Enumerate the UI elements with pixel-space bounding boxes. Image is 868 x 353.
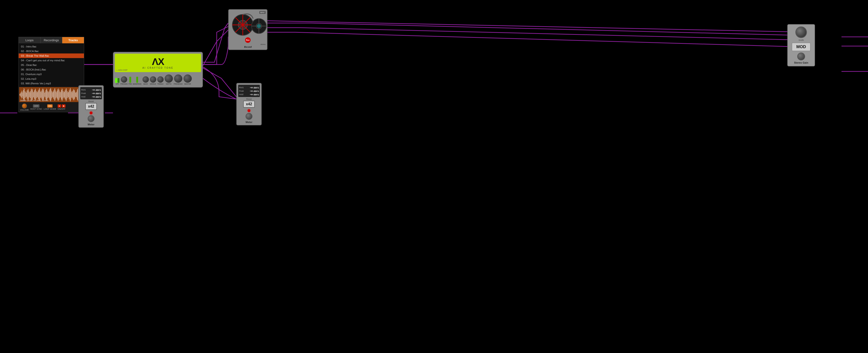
x42-model-right: x42 [243, 101, 255, 107]
aida-label-bandpass: BANDPASS [133, 83, 142, 85]
list-item[interactable]: 05 - Dear.flac [19, 63, 84, 67]
aida-label-pregain: PREGAIN [120, 83, 128, 85]
gain-knob[interactable] [795, 27, 807, 38]
tab-recordings[interactable]: Recordings [40, 37, 62, 43]
stereo-gain-title: Stereo Gain [789, 61, 813, 64]
record-pedal: WAV Rec stereo Record [228, 9, 268, 50]
host-sync-control: OFF HOST SYNC [30, 104, 42, 110]
list-item[interactable]: 01. Overture.mp3 [19, 72, 84, 76]
peak-row: Peak -∞ dBFS [81, 92, 101, 95]
aida-knob-master: MASTER [184, 74, 192, 85]
controls-row: VOLUME OFF HOST SYNC ON LOOP MODE ● ■ ON… [19, 102, 84, 112]
meter-knob-right[interactable] [246, 113, 252, 120]
aida-knob-treble-ctrl[interactable] [157, 76, 164, 83]
hold-value-r: -∞ dBFS [250, 93, 259, 96]
gain-knob-small[interactable] [797, 53, 805, 60]
aida-knob-middle-ctrl[interactable] [150, 76, 156, 83]
list-item[interactable]: 04 - Can't get you out of my mind.flac [19, 58, 84, 63]
peak-value-r: -∞ dBFS [250, 89, 259, 93]
reset-label-right: Reset [238, 98, 260, 100]
aida-on-off: OFF [115, 78, 119, 85]
tab-bar: Loops Recordings Tracks [19, 37, 84, 43]
rms-row: RMS -∞ dBFS [81, 88, 101, 92]
aida-knob-treble: TREBLE [157, 76, 164, 85]
film-reel-svg [230, 11, 267, 36]
meter-led-right [248, 109, 250, 112]
aida-knob-master-ctrl[interactable] [184, 74, 192, 83]
aida-knob-presence-ctrl[interactable] [174, 74, 182, 83]
peak-row-r: Peak -∞ dBFS [239, 89, 259, 93]
aida-led-on [115, 78, 117, 83]
on-off-toggle[interactable]: ● [58, 104, 61, 107]
aida-label-treble: TREBLE [157, 83, 163, 85]
list-item[interactable]: 01 - Intro.flac [19, 44, 84, 49]
file-list: 01 - Intro.flac 02 - BOCA.flac 03 - Brea… [19, 43, 84, 87]
meter-pedal-right: RMS -∞ dBFS Peak -∞ dBFS Hold -∞ dBFS Re… [236, 83, 262, 125]
file-browser: Loops Recordings Tracks 01 - Intro.flac … [19, 37, 84, 112]
list-item[interactable]: 02 - BOCA.flac [19, 49, 84, 54]
hold-key: Hold [81, 96, 86, 98]
rms-key: RMS [81, 89, 86, 91]
stereo-label: stereo [230, 43, 266, 45]
hold-row-r: Hold -∞ dBFS [239, 93, 259, 96]
tab-loops[interactable]: Loops [19, 37, 40, 43]
on-off-toggle2[interactable]: ■ [62, 104, 65, 107]
aida-knob-bass-ctrl[interactable] [143, 76, 149, 83]
meter-pedal-left: RMS -∞ dBFS Peak -∞ dBFS Hold -∞ dBFS Re… [79, 85, 104, 128]
list-item[interactable]: 06 - BOCA (Inst.).flac [19, 67, 84, 72]
aida-knob-pregain: PREGAIN [120, 76, 128, 85]
peak-value: -∞ dBFS [92, 92, 101, 95]
meter-readings-left: RMS -∞ dBFS Peak -∞ dBFS Hold -∞ dBFS [80, 87, 102, 99]
loop-mode-label: LOOP MODE [43, 108, 56, 110]
aida-knob-bass: BASS [143, 76, 149, 85]
aida-knob-pre: PRE [129, 77, 132, 85]
volume-knob[interactable] [22, 103, 27, 108]
rms-row-r: RMS -∞ dBFS [239, 86, 259, 89]
rms-value-r: -∞ dBFS [250, 86, 259, 89]
host-sync-label: HOST SYNC [30, 108, 42, 110]
on-off-label: ON/OFF [58, 108, 65, 110]
aida-pedal: ⌂ AIDA DSP ΛX AI CRAFTED TONE OFF PREGAI… [113, 52, 203, 88]
record-title: Record [230, 45, 266, 48]
aida-label-master: MASTER [184, 83, 191, 85]
stereo-gain-pedal: GAIN MOD Stereo Gain [787, 24, 815, 66]
list-item[interactable]: 03. Will (Remix Ver.).mp3 [19, 81, 84, 86]
meter-knob-left[interactable] [88, 115, 95, 122]
aida-display: ⌂ AIDA DSP ΛX AI CRAFTED TONE [115, 54, 201, 72]
x42-model-left: x42 [85, 103, 97, 110]
aida-subtitle: AI CRAFTED TONE [143, 67, 174, 69]
meter-led-left [90, 111, 92, 114]
host-sync-toggle[interactable]: OFF [33, 104, 39, 107]
aida-brand: ⌂ AIDA DSP [116, 69, 127, 71]
hold-key-r: Hold [239, 93, 244, 96]
rms-key-r: RMS [239, 87, 244, 89]
aida-knob-bandpass: BANDPASS [133, 77, 142, 85]
loop-mode-toggle[interactable]: ON [47, 104, 53, 107]
aida-knob-middle: MIDDLE [150, 76, 156, 85]
on-off-control: ● ■ ON/OFF [58, 104, 65, 110]
volume-control: VOLUME [20, 103, 29, 111]
rms-value: -∞ dBFS [92, 88, 101, 92]
rec-button[interactable]: Rec [245, 37, 251, 43]
hold-row: Hold -∞ dBFS [81, 95, 101, 98]
meter-title-left: Meter [80, 123, 102, 126]
list-item[interactable]: 02. Leia.mp3 [19, 76, 84, 81]
aida-label-depth: DEPTH [166, 83, 172, 85]
aida-knob-label-onoff: OFF [116, 83, 119, 85]
tab-tracks[interactable]: Tracks [62, 37, 84, 43]
meter-title-right: Meter [238, 121, 260, 124]
record-pedal-inner: WAV Rec stereo Record [230, 11, 266, 48]
waveform-info: Stereo 16-Bit; 44.1kHz; 3m49s [20, 99, 49, 102]
loop-mode-control: ON LOOP MODE [43, 104, 56, 110]
aida-knob-depth-ctrl[interactable] [165, 74, 173, 83]
waveform-display: Stereo 16-Bit; 44.1kHz; 3m49s [19, 87, 84, 102]
aida-knob-depth: DEPTH [165, 74, 173, 85]
hold-value: -∞ dBFS [92, 95, 101, 98]
aida-knob-pregain-ctrl[interactable] [121, 76, 127, 83]
list-item-selected[interactable]: 03 - Break The Wall.flac [19, 54, 84, 58]
mod-button[interactable]: MOD [792, 43, 811, 51]
volume-label: VOLUME [20, 109, 29, 111]
wav-label: WAV [259, 11, 266, 14]
aida-led-off [118, 78, 119, 83]
aida-knob-presence: PRESENCE [174, 74, 183, 85]
